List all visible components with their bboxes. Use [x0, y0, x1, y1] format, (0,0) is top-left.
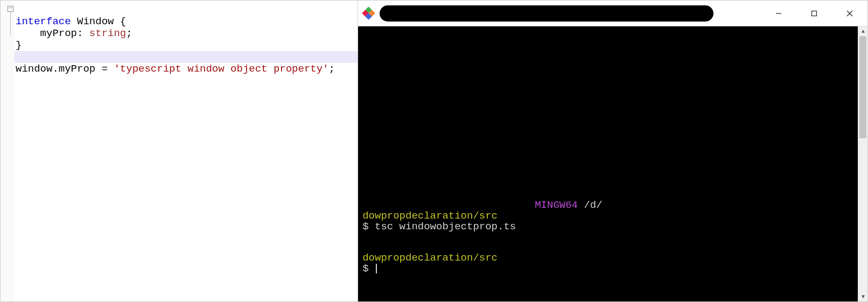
terminal-cwd: dowpropdeclaration/src [362, 252, 498, 264]
maximize-button[interactable] [796, 1, 832, 26]
git-bash-icon [363, 8, 374, 19]
code-text: myProp: [16, 27, 89, 39]
code-string: 'typescript window object property' [114, 63, 328, 75]
terminal-line: MINGW64 /d/ [362, 200, 602, 210]
terminal-prompt: $ [362, 263, 375, 275]
terminal-line: dowpropdeclaration/src [362, 210, 602, 221]
fold-guide-line [10, 12, 11, 36]
scroll-up-button[interactable]: ▲ [858, 26, 868, 36]
window-titlebar[interactable] [358, 1, 867, 26]
terminal-cursor [376, 264, 377, 273]
code-text: ; [126, 27, 132, 39]
code-text: window.myProp = [16, 63, 114, 75]
terminal-prompt: $ [362, 221, 375, 233]
editor-gutter: − [1, 1, 15, 301]
code-keyword: interface [16, 16, 71, 27]
scroll-down-button[interactable]: ▼ [858, 292, 868, 301]
code-text: } [16, 39, 22, 51]
terminal-scrollbar[interactable]: ▲ ▼ [858, 26, 867, 301]
minimize-button[interactable] [761, 1, 796, 26]
terminal-line: dowpropdeclaration/src [362, 252, 498, 263]
window-controls [761, 1, 867, 26]
terminal-cwd: dowpropdeclaration/src [362, 210, 498, 222]
window-title-redacted [380, 5, 713, 22]
code-text: Window { [71, 16, 127, 27]
scroll-track[interactable] [858, 36, 867, 292]
terminal-path: /d/ [578, 199, 603, 211]
scroll-thumb[interactable] [859, 36, 866, 138]
terminal-output[interactable]: MINGW64 /d/ dowpropdeclaration/src $ tsc… [358, 26, 858, 301]
terminal-window: MINGW64 /d/ dowpropdeclaration/src $ tsc… [358, 1, 867, 301]
fold-toggle-icon[interactable]: − [8, 6, 13, 12]
terminal-env: MINGW64 [535, 199, 578, 211]
terminal-line: $ tsc windowobjectprop.ts [362, 221, 602, 232]
code-text: ; [329, 63, 335, 75]
code-content[interactable]: interface Window { myProp: string; } win… [16, 4, 335, 87]
terminal-body-wrap: MINGW64 /d/ dowpropdeclaration/src $ tsc… [358, 26, 867, 301]
code-editor-pane: − interface Window { myProp: string; } w… [1, 1, 358, 301]
close-button[interactable] [832, 1, 867, 26]
terminal-line: $ [362, 263, 498, 274]
svg-rect-1 [812, 11, 817, 16]
code-type: string [89, 27, 126, 39]
terminal-command: tsc windowobjectprop.ts [375, 221, 516, 233]
